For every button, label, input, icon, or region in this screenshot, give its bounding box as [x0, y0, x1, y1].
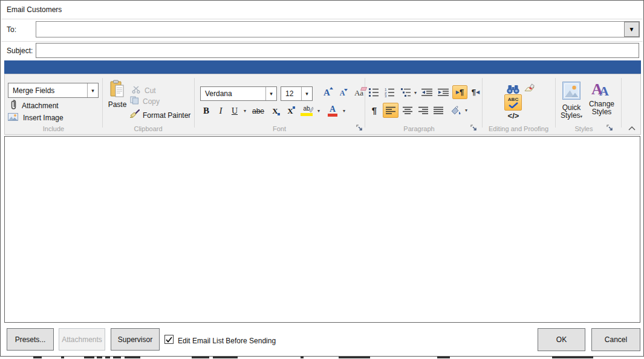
- paragraph-dialog-launcher[interactable]: [470, 124, 478, 132]
- ltr-pilcrow-icon: ¶: [460, 88, 464, 97]
- to-combobox[interactable]: ▼: [36, 21, 640, 37]
- align-right-icon: [418, 106, 429, 115]
- font-size-combobox[interactable]: 12 ▾: [281, 86, 313, 101]
- italic-glyph: I: [220, 106, 223, 116]
- to-dropdown-button[interactable]: ▼: [624, 22, 639, 37]
- change-styles-label-line2: Styles: [589, 108, 614, 116]
- text-highlight-button[interactable]: ab: [299, 104, 314, 118]
- font-dialog-launcher[interactable]: [356, 124, 363, 132]
- font-color-button[interactable]: A: [325, 104, 340, 118]
- to-label: To:: [7, 25, 16, 34]
- bold-button[interactable]: B: [200, 104, 213, 118]
- ok-button[interactable]: OK: [538, 328, 585, 351]
- multilevel-list-icon: [400, 88, 411, 97]
- copy-button[interactable]: Copy: [130, 96, 160, 107]
- subscript-button[interactable]: X: [268, 104, 282, 118]
- cancel-button[interactable]: Cancel: [591, 328, 640, 351]
- chevron-up-icon: [628, 126, 636, 131]
- replace-button[interactable]: [522, 83, 537, 94]
- grow-font-button[interactable]: A: [319, 86, 334, 100]
- underline-glyph: U: [232, 106, 238, 116]
- divider: [1, 41, 643, 42]
- justify-button[interactable]: [431, 103, 445, 118]
- merge-fields-dropdown[interactable]: ▾: [87, 83, 98, 97]
- right-to-left-button[interactable]: ¶ ◀: [469, 85, 482, 99]
- dropdown-arrow-icon: ▾: [343, 108, 345, 114]
- svg-text:3: 3: [385, 94, 387, 97]
- align-right-button[interactable]: [416, 103, 430, 118]
- html-source-button[interactable]: </>: [505, 111, 522, 120]
- styles-dialog-launcher[interactable]: [606, 124, 614, 132]
- rtl-pilcrow-icon: ¶: [472, 88, 476, 97]
- left-to-right-button[interactable]: ▶ ¶: [452, 85, 467, 99]
- highlight-pen-icon: [308, 105, 314, 115]
- html-source-glyph: </>: [508, 111, 519, 120]
- spelling-abc-glyph: ABC: [508, 97, 518, 102]
- multilevel-list-button[interactable]: [398, 86, 413, 99]
- paperclip-icon: [10, 99, 17, 112]
- bullets-button[interactable]: [367, 86, 380, 99]
- edit-email-list-checkbox[interactable]: [164, 335, 174, 344]
- font-color-bar: [328, 114, 337, 117]
- subject-input[interactable]: [36, 43, 639, 58]
- grow-arrow-icon: [330, 87, 333, 89]
- font-name-dropdown[interactable]: ▾: [265, 87, 276, 100]
- font-color-dropdown[interactable]: ▾: [340, 104, 348, 118]
- show-paragraph-marks-button[interactable]: ¶: [369, 103, 380, 118]
- launcher-icon: [356, 125, 363, 131]
- multilevel-dropdown[interactable]: ▾: [412, 86, 418, 99]
- dropdown-arrow-icon: ▾: [244, 108, 246, 114]
- italic-button[interactable]: I: [215, 104, 227, 118]
- highlight-dropdown[interactable]: ▾: [315, 104, 322, 118]
- insert-image-button[interactable]: Insert Image: [8, 112, 63, 123]
- strikethrough-button[interactable]: abe: [250, 104, 267, 118]
- editing-group-label: Editing and Proofing: [482, 125, 555, 132]
- font-name-combobox[interactable]: Verdana ▾: [200, 86, 277, 101]
- shrink-font-button[interactable]: A: [336, 87, 349, 100]
- increase-indent-button[interactable]: [436, 86, 450, 99]
- launcher-icon: [470, 125, 477, 131]
- underline-dropdown[interactable]: ▾: [241, 104, 249, 118]
- shading-button[interactable]: [448, 103, 463, 118]
- font-group-label: Font: [194, 125, 365, 132]
- find-button[interactable]: [505, 84, 521, 95]
- align-center-button[interactable]: [400, 103, 414, 118]
- format-painter-button[interactable]: Format Painter: [129, 109, 190, 121]
- collapse-ribbon-button[interactable]: [626, 124, 638, 132]
- email-body-editor[interactable]: [4, 136, 640, 323]
- paste-clipboard-icon: [110, 80, 125, 100]
- quick-styles-button[interactable]: Quick Styles▾: [559, 82, 584, 121]
- divider: [1, 19, 643, 19]
- group-divider: [194, 78, 195, 128]
- font-size-dropdown[interactable]: ▾: [301, 87, 312, 100]
- styles-group-label: Styles: [555, 125, 613, 132]
- align-left-button[interactable]: [383, 103, 398, 118]
- paste-button[interactable]: Paste: [106, 80, 128, 111]
- clipboard-group-label: Clipboard: [102, 125, 194, 132]
- group-divider: [555, 78, 556, 128]
- presets-button[interactable]: Presets...: [7, 328, 54, 351]
- check-icon: [509, 102, 518, 108]
- shading-dropdown[interactable]: ▾: [463, 103, 469, 118]
- attachments-button[interactable]: Attachments: [59, 328, 105, 351]
- clear-formatting-button[interactable]: Aa: [351, 86, 367, 100]
- supervisor-button[interactable]: Supervisor: [111, 328, 160, 351]
- superscript-button[interactable]: X: [283, 104, 298, 118]
- group-divider: [102, 78, 103, 128]
- font-name-value: Verdana: [201, 89, 265, 98]
- cut-button[interactable]: Cut: [132, 85, 156, 96]
- spelling-button[interactable]: ABC: [504, 94, 522, 111]
- checkmark-icon: [166, 337, 172, 343]
- format-painter-brush-icon: [129, 109, 140, 121]
- launcher-icon: [607, 125, 613, 131]
- merge-fields-combobox[interactable]: Merge Fields ▾: [8, 83, 99, 98]
- dropdown-arrow-icon: ▾: [414, 90, 417, 95]
- attachment-button[interactable]: Attachment: [10, 99, 59, 112]
- decrease-indent-button[interactable]: [420, 86, 434, 99]
- font-color-glyph: A: [330, 105, 336, 113]
- font-size-value: 12: [281, 89, 301, 98]
- underline-button[interactable]: U: [229, 104, 241, 118]
- numbering-button[interactable]: 123: [383, 86, 396, 99]
- group-divider: [621, 78, 622, 128]
- change-styles-button[interactable]: A A Change Styles: [587, 81, 617, 121]
